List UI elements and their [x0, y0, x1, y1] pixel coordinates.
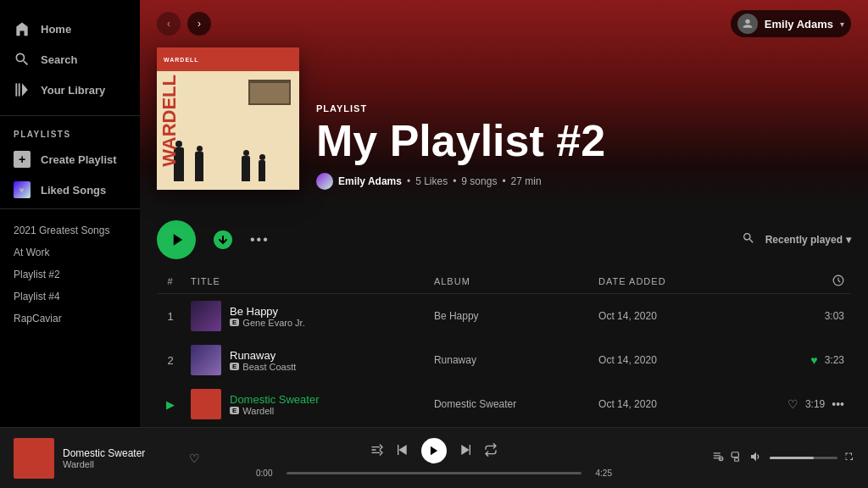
table-row[interactable]: 2 Runaway E Beast Coastt Runaway Oct 14,…: [157, 338, 851, 382]
create-icon: +: [14, 151, 31, 168]
forward-button[interactable]: ›: [187, 12, 211, 36]
sidebar-playlist-1[interactable]: At Work: [0, 241, 140, 263]
track-table-header: # TITLE ALBUM DATE ADDED: [157, 269, 851, 294]
home-icon: [14, 20, 31, 37]
track-name: Runaway: [230, 349, 296, 362]
svg-marker-4: [173, 234, 182, 246]
recently-played-button[interactable]: Recently played ▾: [765, 234, 851, 246]
svg-rect-1: [19, 84, 20, 97]
heart-icon[interactable]: ♡: [189, 452, 200, 465]
track-album: Runaway: [427, 338, 592, 382]
playlist-title: My Playlist #2: [316, 119, 851, 163]
play-pause-button[interactable]: [421, 438, 447, 463]
sidebar-playlist-0[interactable]: 2021 Greatest Songs: [0, 219, 140, 241]
track-thumbnail: [191, 389, 221, 419]
sidebar-divider-1: [0, 115, 140, 116]
svg-rect-17: [732, 452, 738, 458]
track-album: Be Happy: [427, 294, 592, 339]
table-row[interactable]: 1 Be Happy E Gene Evaro Jr. Be Happy Oct…: [157, 294, 851, 339]
sidebar-playlists: 2021 Greatest Songs At Work Playlist #2 …: [0, 213, 140, 336]
track-area: ••• Recently played ▾ # TITLE: [140, 207, 868, 427]
sidebar-playlist-2[interactable]: Playlist #2: [0, 263, 140, 286]
explicit-badge: E: [230, 319, 239, 326]
previous-button[interactable]: [396, 443, 409, 459]
library-label: Your Library: [41, 84, 105, 97]
fullscreen-button[interactable]: [844, 452, 854, 464]
svg-rect-14: [714, 458, 719, 458]
explicit-badge: E: [230, 407, 239, 414]
main-content: ‹ › Emily Adams ▾ WARDELL: [140, 0, 868, 427]
track-number: 2: [157, 338, 184, 382]
playlist-author: Emily Adams: [338, 175, 402, 187]
track-name: Domestic Sweater: [230, 393, 319, 406]
track-table: # TITLE ALBUM DATE ADDED 1 Be Happy: [157, 269, 851, 427]
svg-marker-16: [720, 458, 722, 459]
table-row[interactable]: ▶ Domestic Sweater E Wardell Domestic Sw…: [157, 382, 851, 426]
progress-track[interactable]: [287, 472, 581, 474]
svg-rect-13: [714, 455, 721, 456]
svg-marker-10: [461, 445, 469, 455]
controls-right: Recently played ▾: [742, 231, 851, 248]
user-profile[interactable]: Emily Adams ▾: [731, 10, 851, 37]
create-playlist-action[interactable]: + Create Playlist: [0, 144, 140, 175]
sidebar-playlist-4[interactable]: RapCaviar: [0, 308, 140, 330]
svg-marker-9: [431, 446, 437, 456]
track-actions-cell: ♡ 3:19 •••: [731, 382, 851, 426]
queue-icon[interactable]: [712, 451, 724, 465]
sidebar-item-search[interactable]: Search: [0, 44, 140, 75]
total-time: 4:25: [588, 469, 612, 478]
home-label: Home: [41, 23, 71, 36]
sidebar-playlist-3[interactable]: Playlist #4: [0, 286, 140, 308]
back-button[interactable]: ‹: [157, 12, 181, 36]
svg-rect-0: [16, 84, 18, 97]
col-title-header: TITLE: [184, 269, 427, 294]
track-list: 1 Be Happy E Gene Evaro Jr. Be Happy Oct…: [157, 294, 851, 428]
track-info: Runaway E Beast Coastt: [230, 349, 296, 372]
svg-marker-7: [398, 445, 406, 455]
track-info: Be Happy E Gene Evaro Jr.: [230, 305, 305, 328]
current-time: 0:00: [256, 469, 280, 478]
now-playing-artist: Wardell: [63, 459, 181, 469]
svg-point-3: [745, 19, 749, 24]
col-duration-header: [731, 269, 851, 294]
heart-button[interactable]: ♡: [787, 397, 798, 411]
sidebar-item-library[interactable]: Your Library: [0, 75, 140, 105]
download-button[interactable]: [209, 226, 236, 253]
playlist-cover: WARDELL: [157, 47, 299, 190]
track-actions-cell: 3:03: [731, 294, 851, 339]
track-duration: 3:03: [825, 310, 844, 322]
sidebar-divider-2: [0, 208, 140, 209]
next-button[interactable]: [459, 443, 472, 459]
volume-track[interactable]: [770, 457, 837, 459]
shuffle-button[interactable]: [370, 443, 384, 459]
search-label: Search: [41, 53, 77, 66]
right-icons: [712, 451, 743, 465]
create-playlist-label: Create Playlist: [41, 153, 117, 166]
progress-bar-container: 0:00 4:25: [256, 469, 612, 478]
track-duration: 3:19: [805, 398, 825, 410]
track-date: Oct 14, 2020: [592, 338, 731, 382]
track-artist: E Beast Coastt: [230, 362, 296, 372]
devices-icon[interactable]: [731, 451, 743, 465]
liked-icon[interactable]: ♥: [810, 353, 817, 367]
sidebar-item-home[interactable]: Home: [0, 14, 140, 44]
playlists-section-label: PLAYLISTS: [0, 119, 140, 144]
repeat-button[interactable]: [484, 443, 498, 459]
play-button[interactable]: [157, 220, 196, 259]
col-date-header: DATE ADDED: [592, 269, 731, 294]
col-num-header: #: [157, 269, 184, 294]
more-options-button[interactable]: •••: [250, 232, 270, 247]
meta-avatar: [316, 173, 333, 190]
liked-songs-label: Liked Songs: [41, 184, 106, 197]
playlist-likes: 5 Likes: [415, 175, 448, 187]
liked-songs-action[interactable]: ♥ Liked Songs: [0, 175, 140, 205]
track-thumbnail: [191, 301, 221, 331]
search-icon: [14, 51, 31, 68]
track-album: Domestic Sweater: [427, 382, 592, 426]
search-tracks-button[interactable]: [742, 231, 755, 248]
more-options-icon[interactable]: •••: [832, 397, 844, 411]
svg-rect-12: [714, 452, 721, 453]
playlist-info: WARDELL: [140, 47, 868, 207]
svg-rect-18: [735, 458, 739, 462]
track-name: Be Happy: [230, 305, 305, 318]
